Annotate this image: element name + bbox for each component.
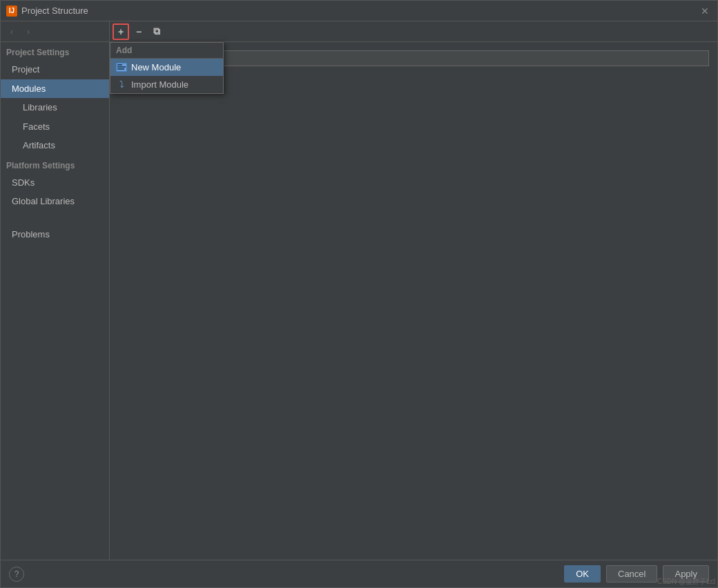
sidebar: ‹ › Project Settings Project Modules Lib…: [1, 21, 110, 560]
new-module-label: New Module: [131, 62, 181, 72]
main-content: ‹ › Project Settings Project Modules Lib…: [1, 21, 717, 560]
import-module-label: Import Module: [131, 79, 188, 90]
copy-button[interactable]: ⧉: [148, 23, 165, 40]
right-panel: Name:: [110, 42, 717, 560]
sidebar-item-project[interactable]: Project: [1, 60, 109, 79]
import-icon: ⤵: [116, 80, 127, 89]
window-title: Project Structure: [21, 6, 88, 16]
sidebar-item-modules[interactable]: Modules: [1, 79, 109, 99]
import-module-item[interactable]: ⤵ Import Module: [110, 76, 223, 93]
remove-button[interactable]: −: [130, 23, 147, 40]
sidebar-item-global-libraries[interactable]: Global Libraries: [1, 192, 109, 211]
back-arrow[interactable]: ‹: [5, 25, 19, 39]
cancel-button[interactable]: Cancel: [606, 565, 657, 582]
sidebar-item-sdks[interactable]: SDKs: [1, 173, 109, 193]
add-button[interactable]: +: [113, 23, 129, 40]
close-button[interactable]: ✕: [698, 4, 712, 18]
titlebar: IJ Project Structure ✕: [1, 1, 717, 21]
bottom-left: ?: [9, 567, 24, 582]
forward-arrow[interactable]: ›: [21, 25, 35, 39]
sidebar-item-artifacts[interactable]: Artifacts: [1, 136, 109, 155]
project-structure-window: IJ Project Structure ✕ ‹ › Project Setti…: [0, 0, 718, 588]
help-button[interactable]: ?: [9, 567, 24, 582]
toolbar-area: + − ⧉ Add New Module ⤵: [110, 21, 717, 42]
sidebar-item-libraries[interactable]: Libraries: [1, 98, 109, 117]
sidebar-item-problems[interactable]: Problems: [1, 225, 109, 244]
bottom-bar: ? OK Cancel Apply: [1, 560, 717, 587]
ok-button[interactable]: OK: [564, 565, 601, 582]
name-input[interactable]: [158, 50, 709, 66]
platform-settings-label: Platform Settings: [1, 155, 109, 173]
titlebar-left: IJ Project Structure: [6, 6, 88, 17]
module-icon: [116, 63, 127, 72]
add-dropdown-menu: Add New Module ⤵ Import Module: [110, 42, 224, 94]
watermark: CSDN @蓝胖子Lcl: [657, 577, 715, 587]
dropdown-header: Add: [110, 43, 223, 59]
sidebar-item-facets[interactable]: Facets: [1, 117, 109, 137]
new-module-item[interactable]: New Module: [110, 59, 223, 76]
project-settings-label: Project Settings: [1, 42, 109, 60]
nav-bar: ‹ ›: [1, 21, 109, 42]
app-icon: IJ: [6, 6, 17, 17]
